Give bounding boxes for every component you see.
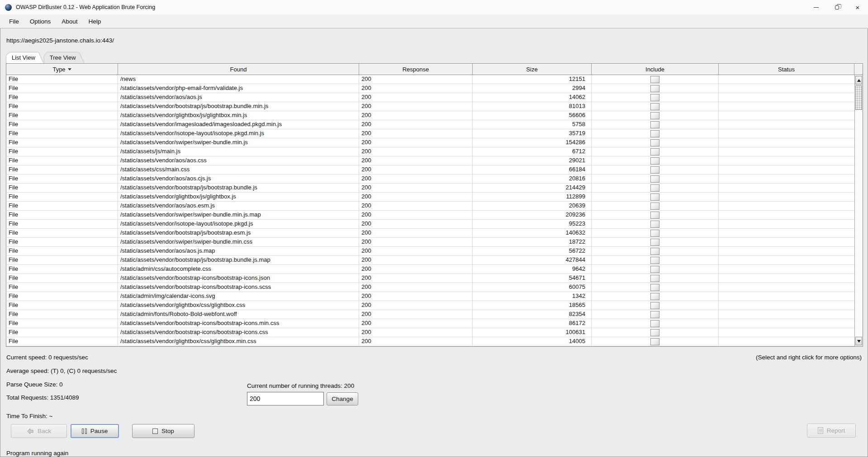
close-button[interactable]: ×: [847, 0, 868, 14]
table-row[interactable]: File/static/assets/vendor/glightbox/js/g…: [6, 193, 854, 202]
table-row[interactable]: File/static/assets/vendor/aos/aos.js2001…: [6, 93, 854, 102]
table-row[interactable]: File/static/admin/img/calendar-icons.svg…: [6, 292, 854, 301]
table-row[interactable]: File/static/assets/vendor/php-email-form…: [6, 84, 854, 93]
scroll-down-button[interactable]: [855, 337, 862, 345]
tab-tree-view[interactable]: Tree View: [44, 52, 84, 63]
minimize-button[interactable]: [806, 0, 826, 14]
table-row[interactable]: File/static/assets/vendor/bootstrap/js/b…: [6, 102, 854, 111]
table-row[interactable]: File/static/assets/vendor/glightbox/css/…: [6, 301, 854, 310]
cell-include: [592, 111, 719, 120]
cell-include: [592, 129, 719, 138]
column-header-type[interactable]: Type: [6, 64, 118, 75]
back-button[interactable]: Back: [11, 424, 67, 438]
include-checkbox[interactable]: [650, 203, 659, 210]
table-row[interactable]: File/static/assets/vendor/aos/aos.js.map…: [6, 247, 854, 256]
cell-include: [592, 75, 719, 84]
table-row[interactable]: File/static/assets/js/main.js2006712: [6, 147, 854, 156]
table-row[interactable]: File/static/assets/vendor/aos/aos.esm.js…: [6, 202, 854, 211]
cell-found: /static/assets/vendor/glightbox/js/gligh…: [118, 193, 359, 201]
menu-file[interactable]: File: [4, 16, 24, 27]
back-button-label: Back: [38, 428, 51, 434]
include-checkbox[interactable]: [650, 184, 659, 192]
include-checkbox[interactable]: [650, 212, 659, 219]
target-url-text: https://aegis2025-janstone.chals.io:443/: [6, 37, 114, 44]
include-checkbox[interactable]: [650, 76, 659, 83]
stop-button[interactable]: Stop: [132, 424, 194, 438]
cell-found: /static/assets/vendor/imagesloaded/image…: [118, 120, 359, 129]
cell-found: /static/assets/vendor/bootstrap-icons/bo…: [118, 283, 359, 292]
include-checkbox[interactable]: [650, 157, 659, 165]
table-row[interactable]: File/static/admin/css/autocomplete.css20…: [6, 265, 854, 274]
cell-status: [719, 229, 854, 237]
scroll-up-button[interactable]: [855, 76, 862, 85]
cell-type: File: [6, 138, 118, 147]
include-checkbox[interactable]: [650, 338, 659, 345]
include-checkbox[interactable]: [650, 275, 659, 282]
menu-help[interactable]: Help: [83, 16, 107, 27]
include-checkbox[interactable]: [650, 121, 659, 128]
include-checkbox[interactable]: [650, 85, 659, 92]
include-checkbox[interactable]: [650, 166, 659, 174]
table-row[interactable]: File/static/assets/vendor/imagesloaded/i…: [6, 120, 854, 129]
include-checkbox[interactable]: [650, 284, 659, 291]
include-checkbox[interactable]: [650, 320, 659, 327]
table-row[interactable]: File/static/assets/vendor/glightbox/js/g…: [6, 111, 854, 120]
table-row[interactable]: File/news20012151: [6, 75, 854, 84]
include-checkbox[interactable]: [650, 311, 659, 318]
scrollbar-thumb[interactable]: [855, 85, 862, 110]
table-row[interactable]: File/static/assets/vendor/swiper/swiper-…: [6, 238, 854, 247]
cell-found: /static/assets/vendor/aos/aos.js.map: [118, 247, 359, 255]
cell-size: 66184: [473, 165, 592, 174]
include-checkbox[interactable]: [650, 302, 659, 309]
include-checkbox[interactable]: [650, 230, 659, 237]
include-checkbox[interactable]: [650, 175, 659, 183]
menu-about[interactable]: About: [56, 16, 83, 27]
table-row[interactable]: File/static/assets/vendor/isotope-layout…: [6, 220, 854, 229]
cell-size: 1342: [473, 292, 592, 301]
include-checkbox[interactable]: [650, 248, 659, 255]
table-row[interactable]: File/static/assets/vendor/aos/aos.css200…: [6, 156, 854, 165]
column-header-size[interactable]: Size: [473, 64, 592, 75]
table-row[interactable]: File/static/assets/vendor/aos/aos.cjs.js…: [6, 174, 854, 184]
include-checkbox[interactable]: [650, 257, 659, 264]
include-checkbox[interactable]: [650, 130, 659, 137]
column-header-found[interactable]: Found: [118, 64, 359, 75]
table-row[interactable]: File/static/assets/vendor/swiper/swiper-…: [6, 138, 854, 147]
table-row[interactable]: File/static/assets/css/main.css20066184: [6, 165, 854, 174]
table-row[interactable]: File/static/assets/vendor/swiper/swiper-…: [6, 211, 854, 220]
table-row[interactable]: File/static/admin/fonts/Roboto-Bold-webf…: [6, 310, 854, 319]
table-row[interactable]: File/static/assets/vendor/bootstrap-icon…: [6, 274, 854, 283]
include-checkbox[interactable]: [650, 239, 659, 246]
include-checkbox[interactable]: [650, 193, 659, 201]
vertical-scrollbar[interactable]: [854, 75, 863, 346]
table-row[interactable]: File/static/assets/vendor/glightbox/css/…: [6, 337, 854, 346]
table-row[interactable]: File/static/assets/vendor/bootstrap-icon…: [6, 283, 854, 292]
column-header-status[interactable]: Status: [719, 64, 854, 75]
include-checkbox[interactable]: [650, 148, 659, 155]
table-row[interactable]: File/static/assets/vendor/bootstrap/js/b…: [6, 184, 854, 193]
include-checkbox[interactable]: [650, 329, 659, 336]
table-row[interactable]: File/static/assets/vendor/bootstrap-icon…: [6, 328, 854, 337]
pause-button[interactable]: Pause: [71, 424, 119, 438]
menu-options[interactable]: Options: [24, 16, 57, 27]
change-button[interactable]: Change: [327, 392, 358, 405]
include-checkbox[interactable]: [650, 139, 659, 146]
tab-list-view[interactable]: List View: [6, 52, 43, 63]
include-checkbox[interactable]: [650, 94, 659, 101]
include-checkbox[interactable]: [650, 221, 659, 228]
table-row[interactable]: File/static/assets/vendor/bootstrap-icon…: [6, 319, 854, 328]
table-row[interactable]: File/static/assets/vendor/isotope-layout…: [6, 129, 854, 138]
table-row[interactable]: File/static/assets/vendor/bootstrap/js/b…: [6, 229, 854, 238]
column-header-include[interactable]: Include: [592, 64, 719, 75]
column-header-response[interactable]: Response: [359, 64, 473, 75]
include-checkbox[interactable]: [650, 266, 659, 273]
report-button[interactable]: Report: [807, 424, 856, 438]
include-checkbox[interactable]: [650, 103, 659, 110]
cell-response: 200: [359, 156, 473, 165]
table-row[interactable]: File/static/assets/vendor/bootstrap/js/b…: [6, 256, 854, 265]
threads-input[interactable]: [247, 392, 324, 405]
include-checkbox[interactable]: [650, 112, 659, 119]
options-hint-text: (Select and right click for more options…: [756, 354, 862, 361]
restore-button[interactable]: [826, 0, 847, 14]
include-checkbox[interactable]: [650, 293, 659, 300]
